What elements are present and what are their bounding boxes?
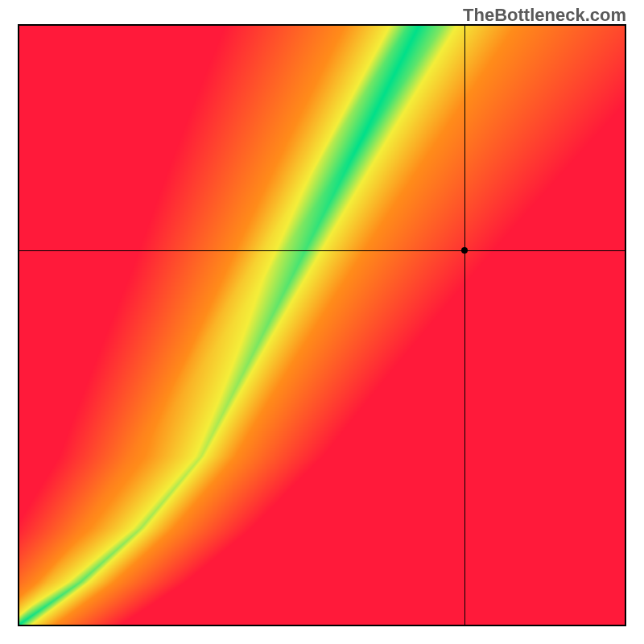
plot-area — [18, 24, 626, 626]
marker-point — [461, 247, 468, 254]
chart-container: TheBottleneck.com — [0, 0, 644, 644]
crosshair-horizontal — [19, 250, 625, 251]
heatmap-canvas — [19, 26, 625, 625]
watermark-text: TheBottleneck.com — [463, 5, 626, 26]
crosshair-vertical — [464, 26, 465, 625]
